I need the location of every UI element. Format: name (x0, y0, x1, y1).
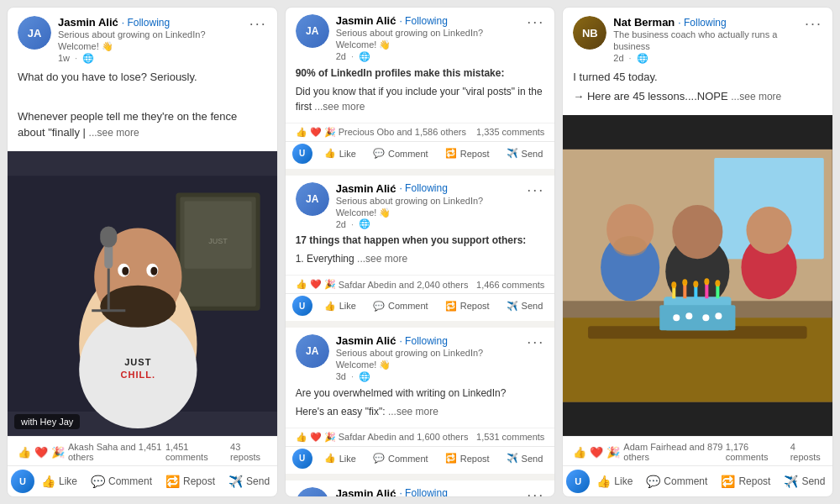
more-options-btn-1[interactable]: ··· (249, 16, 267, 31)
sub-repost-2-2[interactable]: 🔁 Repost (440, 297, 495, 315)
sub-author-2-4[interactable]: Jasmin Alić (336, 487, 396, 497)
send-btn-3[interactable]: ✈️ Send (777, 470, 832, 493)
svg-point-45 (683, 279, 688, 286)
sub-reactions-2-3: 👍❤️🎉 Safdar Abedin and 1,600 others 1,53… (286, 428, 555, 446)
post-card-3: NB Nat Berman · Following The business c… (562, 7, 833, 497)
reactions-row-3: 👍❤️🎉 Adam Fairhead and 879 others 1,176 … (563, 436, 832, 465)
sub-comment-2-3[interactable]: 💬 Comment (368, 449, 433, 467)
author-info-1: Jasmin Alić · Following Serious about gr… (58, 16, 243, 64)
author-name-1[interactable]: Jasmin Alić (58, 16, 118, 29)
comments-count-3[interactable]: 1,176 comments (726, 442, 784, 462)
author-meta-1: 1w · 🌐 (58, 53, 243, 64)
like-btn-3[interactable]: 👍 Like (590, 470, 639, 493)
repost-icon-3: 🔁 (721, 475, 735, 488)
sub-see-more-2-2[interactable]: ...see more (357, 253, 407, 265)
sub-user-avatar-2-3: U (292, 449, 312, 469)
author-name-3[interactable]: Nat Berman (613, 16, 675, 29)
sub-subtitle-2-3: Serious about growing on LinkedIn? Welco… (336, 347, 521, 371)
sub-avatar-2-1[interactable]: JA (296, 14, 329, 48)
follow-badge-3[interactable]: · Following (678, 17, 726, 29)
sub-post-2-1: JA Jasmin Alić · Following Serious about… (286, 8, 555, 176)
sub-more-2-1[interactable]: ··· (527, 14, 544, 29)
sub-post-2-2: JA Jasmin Alić · Following Serious about… (286, 176, 555, 328)
svg-point-46 (694, 281, 699, 287)
author-avatar-3[interactable]: NB (573, 16, 606, 50)
sub-author-2-1[interactable]: Jasmin Alić (336, 14, 396, 27)
send-btn-1[interactable]: ✈️ Send (222, 470, 276, 493)
sub-avatar-2-4[interactable]: JA (296, 487, 329, 497)
more-options-btn-3[interactable]: ··· (805, 16, 822, 31)
sub-like-2-3[interactable]: 👍 Like (319, 449, 361, 467)
sub-author-2-2[interactable]: Jasmin Alić (336, 182, 396, 195)
reposts-count-1[interactable]: 43 reposts (230, 442, 267, 462)
sub-subtitle-2-2: Serious about growing on LinkedIn? Welco… (336, 195, 521, 219)
sub-avatar-2-3[interactable]: JA (296, 334, 329, 368)
sub-reactions-2-1: 👍❤️🎉 Precious Obo and 1,586 others 1,335… (286, 123, 555, 141)
like-icon-3: 👍 (596, 475, 611, 488)
sub-author-2-3[interactable]: Jasmin Alić (336, 334, 396, 347)
comment-btn-3[interactable]: 💬 Comment (639, 470, 714, 493)
svg-point-47 (705, 278, 710, 285)
sub-more-2-4[interactable]: ··· (527, 487, 544, 497)
author-avatar-1[interactable]: JA (18, 16, 51, 50)
sub-like-2-1[interactable]: 👍 Like (319, 144, 361, 162)
sub-actions-2-1: U 👍 Like 💬 Comment 🔁 Repost ✈️ Send (286, 141, 555, 165)
repost-btn-1[interactable]: 🔁 Repost (159, 470, 222, 493)
sub-reactions-2-2: 👍❤️🎉 Safdar Abedin and 2,040 others 1,46… (286, 275, 555, 293)
sub-post-2-4: JA Jasmin Alić · Following Serious about… (286, 480, 555, 497)
actions-row-1: U 👍 Like 💬 Comment 🔁 Repost ✈️ Send (8, 465, 277, 496)
sub-comment-2-2[interactable]: 💬 Comment (368, 297, 433, 315)
like-btn-1[interactable]: 👍 Like (34, 470, 84, 493)
repost-btn-3[interactable]: 🔁 Repost (714, 470, 777, 493)
sub-body-2-2: 17 things that happen when you support o… (286, 233, 555, 275)
reactions-text-1: Akash Saha and 1,451 others (68, 442, 165, 462)
svg-point-27 (613, 236, 647, 256)
sub-comments-2-1[interactable]: 1,335 comments (476, 127, 544, 137)
see-more-3[interactable]: ...see more (731, 91, 781, 102)
actions-row-3: U 👍 Like 💬 Comment 🔁 Repost ✈️ Send (563, 465, 832, 496)
svg-point-15 (150, 266, 157, 275)
sub-more-2-2[interactable]: ··· (527, 182, 544, 197)
sub-send-2-3[interactable]: ✈️ Send (501, 449, 549, 467)
sub-user-avatar-2-1: U (292, 144, 312, 164)
sub-see-more-2-3[interactable]: ...see more (388, 406, 438, 417)
sub-comments-2-3[interactable]: 1,531 comments (476, 432, 544, 442)
sub-follow-2-4[interactable]: · Following (399, 487, 447, 497)
follow-badge-1[interactable]: · Following (122, 17, 170, 29)
svg-point-48 (716, 280, 721, 286)
svg-point-44 (672, 281, 677, 288)
sub-avatar-2-2[interactable]: JA (296, 182, 329, 216)
sub-comment-2-1[interactable]: 💬 Comment (368, 144, 433, 162)
sub-repost-2-3[interactable]: 🔁 Repost (440, 449, 495, 467)
svg-rect-40 (684, 284, 687, 298)
repost-icon-1: 🔁 (165, 475, 180, 488)
see-more-1[interactable]: ...see more (89, 127, 139, 139)
sub-send-2-2[interactable]: ✈️ Send (501, 297, 549, 315)
sub-see-more-2-1[interactable]: ...see more (314, 101, 365, 113)
comments-count-1[interactable]: 1,451 comments (165, 442, 223, 462)
sub-more-2-3[interactable]: ··· (527, 334, 544, 349)
sub-follow-2-2[interactable]: · Following (399, 182, 447, 194)
post-header-3: NB Nat Berman · Following The business c… (563, 8, 832, 69)
sub-like-2-2[interactable]: 👍 Like (319, 297, 361, 315)
svg-point-35 (674, 314, 680, 321)
post-body-1: What do you have to lose? Seriously. Whe… (8, 69, 277, 151)
sub-follow-2-3[interactable]: · Following (399, 335, 447, 347)
svg-rect-17 (100, 226, 117, 247)
comment-btn-1[interactable]: 💬 Comment (84, 470, 159, 493)
sub-follow-2-1[interactable]: · Following (399, 15, 447, 27)
user-avatar-action-1: U (11, 470, 34, 493)
author-subtitle-1: Serious about growing on LinkedIn? Welco… (58, 29, 243, 53)
sub-repost-2-1[interactable]: 🔁 Repost (440, 144, 495, 162)
comment-icon-3: 💬 (646, 475, 660, 488)
post-card-1: JA Jasmin Alić · Following Serious about… (7, 7, 278, 497)
sub-meta-2-2: 2d·🌐 (336, 218, 521, 229)
sub-comments-2-2[interactable]: 1,466 comments (476, 280, 544, 290)
comment-icon-1: 💬 (91, 475, 105, 488)
svg-point-31 (747, 207, 792, 254)
reposts-count-3[interactable]: 4 reposts (790, 442, 822, 462)
sub-meta-2-3: 3d·🌐 (336, 371, 521, 382)
sub-send-2-1[interactable]: ✈️ Send (501, 144, 549, 162)
svg-rect-41 (695, 286, 698, 298)
svg-text:CHILL.: CHILL. (121, 370, 156, 380)
